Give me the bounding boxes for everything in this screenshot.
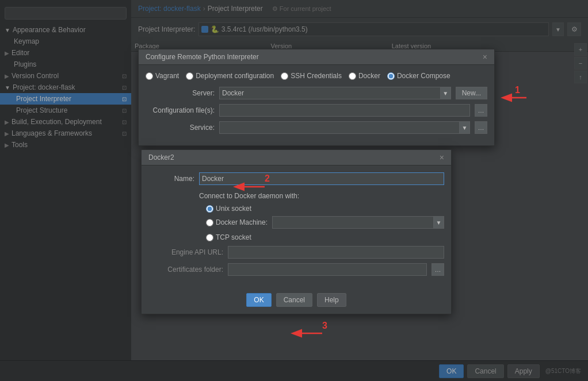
docker-machine-dropdown-button[interactable]: ▼ bbox=[434, 216, 444, 229]
radio-docker-compose-label: Docker Compose bbox=[397, 72, 450, 80]
server-select[interactable]: Docker bbox=[219, 87, 441, 99]
configure-dialog-content: Vagrant Deployment configuration SSH Cre… bbox=[139, 65, 494, 145]
docker2-help-button[interactable]: Help bbox=[317, 293, 346, 307]
radio-unix-socket[interactable]: Unix socket bbox=[206, 205, 444, 213]
radio-docker-machine[interactable]: Docker Machine: bbox=[206, 218, 268, 226]
server-row: Server: Docker ▼ New... bbox=[146, 87, 487, 99]
radio-deployment-label: Deployment configuration bbox=[196, 72, 274, 80]
engine-api-row: Engine API URL: bbox=[148, 246, 444, 259]
service-dropdown-button[interactable]: ▼ bbox=[460, 121, 470, 134]
connect-label: Connect to Docker daemon with: bbox=[148, 190, 444, 203]
radio-docker-compose[interactable]: Docker Compose bbox=[387, 72, 450, 80]
configure-dialog-title: Configure Remote Python Interpreter bbox=[146, 53, 259, 61]
radio-unix-socket-input[interactable] bbox=[206, 205, 213, 213]
configure-remote-dialog: Configure Remote Python Interpreter × Va… bbox=[138, 49, 495, 146]
radio-vagrant[interactable]: Vagrant bbox=[146, 72, 179, 80]
radio-tcp-socket[interactable]: TCP socket bbox=[206, 233, 444, 241]
docker2-cancel-button[interactable]: Cancel bbox=[276, 293, 312, 307]
config-files-label: Configuration file(s): bbox=[146, 106, 215, 114]
config-files-input[interactable] bbox=[219, 104, 470, 117]
engine-api-label: Engine API URL: bbox=[148, 248, 223, 256]
certificates-row: Certificates folder: … bbox=[148, 263, 444, 276]
radio-vagrant-label: Vagrant bbox=[155, 72, 179, 80]
annotation-2-arrow bbox=[224, 178, 270, 195]
name-label: Name: bbox=[148, 175, 194, 183]
docker-machine-select[interactable] bbox=[272, 216, 434, 229]
server-select-container: Docker ▼ bbox=[219, 87, 451, 99]
server-value: Docker bbox=[222, 89, 244, 97]
radio-vagrant-input[interactable] bbox=[146, 72, 153, 80]
docker2-dialog-titlebar: Docker2 × bbox=[142, 150, 451, 166]
radio-deployment-input[interactable] bbox=[186, 72, 193, 80]
unix-socket-row: Unix socket bbox=[148, 203, 444, 214]
service-browse-button[interactable]: … bbox=[475, 121, 487, 134]
server-label: Server: bbox=[146, 89, 215, 97]
configure-dialog-titlebar: Configure Remote Python Interpreter × bbox=[139, 49, 494, 65]
radio-docker[interactable]: Docker bbox=[349, 72, 380, 80]
docker2-dialog-title: Docker2 bbox=[148, 153, 174, 161]
radio-ssh[interactable]: SSH Credentials bbox=[281, 72, 342, 80]
annotation-1-arrow bbox=[472, 89, 529, 106]
radio-docker-machine-input[interactable] bbox=[206, 219, 213, 226]
radio-docker-input[interactable] bbox=[349, 72, 356, 80]
service-select[interactable] bbox=[219, 121, 460, 134]
radio-tcp-socket-label: TCP socket bbox=[216, 233, 251, 241]
service-select-container: ▼ bbox=[219, 121, 470, 134]
server-dropdown-button[interactable]: ▼ bbox=[441, 87, 451, 99]
radio-docker-machine-label: Docker Machine: bbox=[216, 218, 268, 226]
radio-docker-label: Docker bbox=[358, 72, 380, 80]
engine-api-input[interactable] bbox=[228, 246, 444, 259]
docker2-dialog-close-button[interactable]: × bbox=[440, 153, 444, 161]
certificates-input[interactable] bbox=[228, 263, 427, 276]
radio-ssh-label: SSH Credentials bbox=[291, 72, 342, 80]
docker2-ok-button[interactable]: OK bbox=[246, 293, 271, 307]
configure-dialog-close-button[interactable]: × bbox=[483, 53, 487, 61]
docker2-dialog: Docker2 × Name: Connect to Docker daemon… bbox=[141, 149, 452, 314]
tcp-socket-row: TCP socket bbox=[148, 231, 444, 246]
radio-ssh-input[interactable] bbox=[281, 72, 288, 80]
interpreter-type-radio-group: Vagrant Deployment configuration SSH Cre… bbox=[146, 72, 487, 80]
radio-docker-compose-input[interactable] bbox=[387, 72, 395, 80]
radio-tcp-socket-input[interactable] bbox=[206, 234, 213, 241]
config-files-row: Configuration file(s): … bbox=[146, 104, 487, 117]
certificates-browse-button[interactable]: … bbox=[432, 263, 444, 276]
service-row: Service: ▼ … bbox=[146, 121, 487, 134]
docker-machine-row: Docker Machine: ▼ bbox=[148, 214, 444, 231]
name-row: Name: bbox=[148, 172, 444, 185]
radio-deployment[interactable]: Deployment configuration bbox=[186, 72, 274, 80]
radio-unix-socket-label: Unix socket bbox=[216, 205, 251, 213]
certificates-label: Certificates folder: bbox=[148, 265, 223, 274]
docker2-dialog-buttons: OK Cancel Help bbox=[142, 287, 451, 314]
service-label: Service: bbox=[146, 124, 215, 132]
annotation-3-arrow bbox=[282, 325, 328, 342]
docker2-dialog-content: Name: Connect to Docker daemon with: Uni… bbox=[142, 166, 451, 287]
